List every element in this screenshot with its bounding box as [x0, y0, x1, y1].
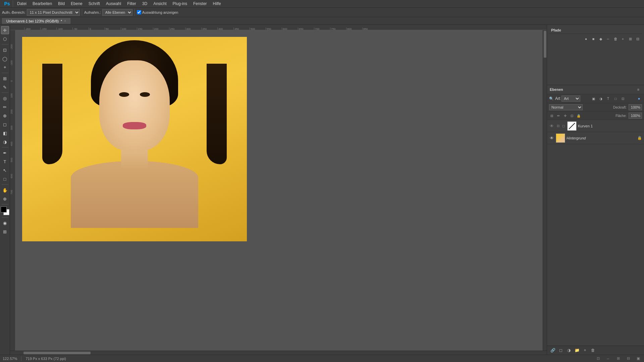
menu-schrift[interactable]: Schrift: [86, 1, 103, 7]
lock-position[interactable]: ✛: [562, 113, 568, 118]
canvas-image: [22, 37, 247, 241]
layer-icon-shape[interactable]: □: [612, 96, 619, 102]
app-logo[interactable]: Ps: [3, 0, 11, 8]
pfade-icon-circle[interactable]: ●: [583, 36, 589, 42]
pfade-header: Pfade: [549, 27, 642, 34]
menu-hilfe[interactable]: Hilfe: [210, 1, 224, 7]
tab-close[interactable]: ×: [64, 19, 66, 23]
tool-move[interactable]: ✛: [1, 26, 9, 34]
pfade-icon-trash[interactable]: 🗑: [612, 36, 619, 42]
pfade-icon-move[interactable]: ↔: [605, 36, 611, 42]
foreground-color[interactable]: [1, 206, 7, 213]
tool-quick-mask[interactable]: ◉: [1, 219, 9, 227]
canvas-scrollbar-bottom[interactable]: [10, 351, 547, 355]
tool-spot-heal[interactable]: ◎: [1, 94, 9, 102]
layer-visibility-hintergrund[interactable]: 👁: [549, 135, 554, 141]
auswahl-checkbox-label[interactable]: Auswählung anzeigen: [137, 10, 178, 14]
face: [99, 60, 170, 151]
menu-auswahl[interactable]: Auswahl: [103, 1, 124, 7]
pfade-icon-folder[interactable]: ⊞: [627, 36, 633, 42]
status-icon5[interactable]: ▣: [635, 356, 641, 362]
pfade-icon-fxchain[interactable]: ⊟: [635, 36, 641, 42]
lock-paint[interactable]: ✏: [556, 113, 561, 118]
layer-visibility-kurven1[interactable]: 👁: [549, 123, 554, 129]
status-icon1[interactable]: ⊡: [595, 356, 601, 362]
menu-filter[interactable]: Filter: [124, 1, 139, 7]
menu-ansicht[interactable]: Ansicht: [151, 1, 169, 7]
status-icon3[interactable]: ⊞: [615, 356, 621, 362]
tool-pen[interactable]: ✒: [1, 149, 9, 157]
group-btn[interactable]: 📁: [574, 347, 580, 353]
menu-bild[interactable]: Bild: [55, 1, 67, 7]
layer-search: 🔍 Art Art Name: [549, 96, 580, 102]
status-icon2[interactable]: ↔: [605, 356, 611, 362]
layer-icons-kurven1: ⊟ ◻: [556, 124, 566, 128]
layer-icon-smart[interactable]: ⊡: [620, 96, 626, 102]
layer-icon-adjustment[interactable]: ◑: [598, 96, 604, 102]
tool-brush[interactable]: ✏: [1, 103, 9, 111]
canvas-scrollbar-right[interactable]: [543, 30, 547, 351]
add-mask-btn[interactable]: ◻: [558, 347, 564, 353]
lock-artboard[interactable]: ⊡: [569, 113, 575, 118]
pfade-icon-plus[interactable]: +: [620, 36, 626, 42]
scrollbar-thumb-v[interactable]: [544, 31, 546, 58]
delete-layer-btn[interactable]: 🗑: [590, 347, 596, 353]
aufnbereich-label: Aufn.-Bereich:: [2, 10, 25, 14]
tool-path-select[interactable]: ↖: [1, 166, 9, 174]
tool-lasso[interactable]: ◯: [1, 55, 9, 63]
menu-datei[interactable]: Datei: [14, 1, 29, 7]
fill-input[interactable]: [629, 113, 642, 119]
tool-marquee[interactable]: ⊡: [1, 46, 9, 54]
status-icon4[interactable]: ⊟: [625, 356, 631, 362]
document-tab[interactable]: Unbenannt-1 bei 123% (RGB/8) * ×: [2, 18, 70, 24]
ruler-mark: 600: [282, 27, 298, 30]
pfade-icon-square[interactable]: ■: [590, 36, 596, 42]
tool-eraser[interactable]: ◻: [1, 120, 9, 128]
ruler-mark: -50: [72, 27, 89, 30]
hair-left: [42, 64, 62, 164]
filter-kind-select[interactable]: Art Name: [561, 96, 580, 102]
right-panel: Pfade ● ■ ◆ ↔ 🗑 + ⊞ ⊟ Ebenen ≡: [547, 25, 644, 355]
lock-transparent[interactable]: ⊟: [549, 113, 554, 118]
tool-screen-mode[interactable]: ⊞: [1, 228, 9, 236]
new-layer-btn[interactable]: +: [582, 347, 588, 353]
opacity-input[interactable]: [629, 104, 642, 110]
tool-gradient[interactable]: ◧: [1, 129, 9, 137]
link-layers-btn[interactable]: 🔗: [550, 347, 556, 353]
color-swatch[interactable]: [1, 206, 9, 215]
layer-filter-toggle[interactable]: ●: [636, 96, 642, 102]
shoulders: [71, 161, 198, 228]
layer-type-icons: ▣ ◑ T □ ⊡: [590, 96, 626, 102]
layer-row-kurven1[interactable]: 👁 ⊟ ◻ Kurven 1: [547, 120, 644, 132]
layer-icon-type[interactable]: T: [605, 96, 611, 102]
menu-bearbeiten[interactable]: Bearbeiten: [30, 1, 55, 7]
blend-mode-select[interactable]: Normal: [549, 104, 583, 110]
tool-eyedropper[interactable]: ✎: [1, 83, 9, 91]
tool-dodge[interactable]: ◑: [1, 138, 9, 146]
menu-3d[interactable]: 3D: [140, 1, 150, 7]
layer-icon-pixel[interactable]: ▣: [590, 96, 596, 102]
options-toolbar: Aufn.-Bereich: 11 x 11 Pixel Durchschnit…: [0, 7, 644, 17]
menu-fenster[interactable]: Fenster: [191, 1, 210, 7]
aufnbereich-select[interactable]: 11 x 11 Pixel Durchschnitt: [27, 9, 80, 16]
tool-hand[interactable]: ✋: [1, 186, 9, 194]
tool-zoom[interactable]: ⊕: [1, 195, 9, 203]
ruler-mark: 700: [314, 27, 330, 30]
ebenen-collapse[interactable]: ≡: [635, 86, 641, 93]
aufnahm-select[interactable]: Alle Ebenen: [102, 9, 132, 16]
tool-artboard[interactable]: ⬡: [1, 35, 9, 43]
adjustment-btn[interactable]: ◑: [566, 347, 572, 353]
tool-text[interactable]: T: [1, 158, 9, 166]
auswahl-checkbox[interactable]: [137, 10, 141, 14]
layer-row-hintergrund[interactable]: 👁 Hintergrund 🔒: [547, 132, 644, 144]
tool-clone[interactable]: ⊕: [1, 112, 9, 120]
scrollbar-thumb-h[interactable]: [23, 352, 91, 354]
menu-ebene[interactable]: Ebene: [68, 1, 85, 7]
lock-all[interactable]: 🔒: [576, 113, 581, 118]
canvas-viewport[interactable]: [15, 30, 543, 351]
tool-quick-select[interactable]: ⌖: [1, 63, 9, 71]
tool-crop[interactable]: ⊞: [1, 74, 9, 82]
tool-rectangle[interactable]: □: [1, 175, 9, 183]
menu-plugins[interactable]: Plug-ins: [170, 1, 190, 7]
pfade-icon-diamond[interactable]: ◆: [598, 36, 604, 42]
